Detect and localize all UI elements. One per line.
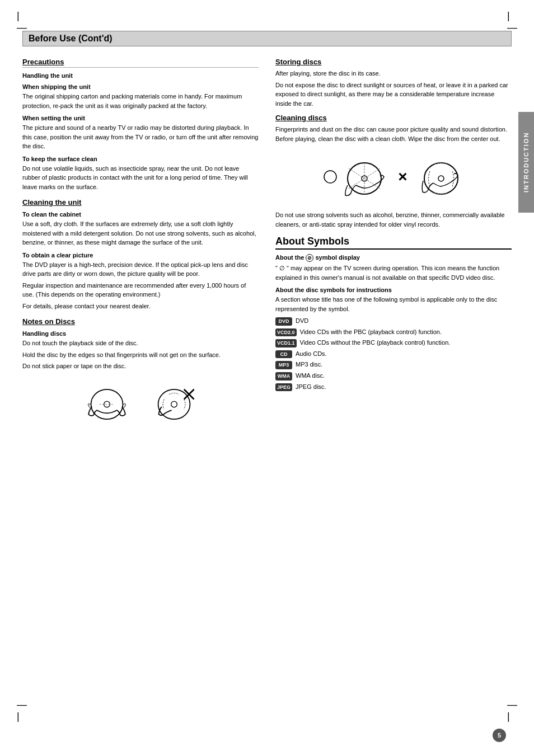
symbol-display-text: " ∅ " may appear on the TV screen during… <box>275 264 512 282</box>
vcd20-label: Video CDs with the PBC (playback control… <box>300 328 442 336</box>
storing-discs-heading: Storing discs <box>275 58 512 66</box>
disc-symbols-heading: About the disc symbols for instructions <box>275 287 512 293</box>
page-title: Before Use (Cont'd) <box>22 31 512 46</box>
solvents-text: Do not use strong solvents such as alcoh… <box>275 210 512 229</box>
svg-point-4 <box>171 401 177 407</box>
mp3-label: MP3 disc. <box>296 360 322 369</box>
about-symbols-heading: About Symbols <box>275 236 512 250</box>
vcd11-badge: VCD1.1 <box>275 339 297 348</box>
cleaning-discs-text: Fingerprints and dust on the disc can ca… <box>275 125 512 143</box>
corner-mark-tl: |— <box>17 10 27 34</box>
handling-discs-heading: Handling discs <box>22 330 259 337</box>
correct-circle-icon <box>324 157 338 196</box>
disc-item-cd: CD Audio CDs. <box>275 350 512 359</box>
jpeg-badge: JPEG <box>275 383 292 392</box>
cleaning-discs-heading: Cleaning discs <box>275 114 512 122</box>
content-area: Precautions Handling the unit When shipp… <box>22 52 512 433</box>
clear-picture-text1: The DVD player is a high-tech, precision… <box>22 260 259 279</box>
clean-cabinet-heading: To clean the cabinet <box>22 211 259 218</box>
storing-discs-text1: After playing, store the disc in its cas… <box>275 69 512 78</box>
disc-item-wma: WMA WMA disc. <box>275 372 512 381</box>
disc-images-left <box>22 379 259 424</box>
correct-cleaning-group <box>324 152 387 202</box>
page-number: 5 <box>493 729 506 742</box>
disc-correct-icon <box>85 379 129 424</box>
clear-picture-heading: To obtain a clear picture <box>22 252 259 259</box>
mp3-badge: MP3 <box>275 361 292 369</box>
clear-picture-text3: For details, please contact your nearest… <box>22 302 259 311</box>
clean-cabinet-text: Use a soft, dry cloth. If the surfaces a… <box>22 219 259 247</box>
cd-label: Audio CDs. <box>296 350 327 358</box>
when-setting-heading: When setting the unit <box>22 115 259 121</box>
precautions-heading: Precautions <box>22 58 259 68</box>
dvd-badge: DVD <box>275 317 292 326</box>
handling-discs-text2: Hold the disc by the edges so that finge… <box>22 350 259 360</box>
corner-mark-br: —| <box>507 699 517 722</box>
wma-label: WMA disc. <box>296 372 325 380</box>
disc-item-jpeg: JPEG JPEG disc. <box>275 383 512 392</box>
disc-wipe-incorrect-icon <box>419 152 463 202</box>
disc-item-mp3: MP3 MP3 disc. <box>275 360 512 369</box>
svg-point-14 <box>438 176 444 181</box>
right-column: Storing discs After playing, store the d… <box>270 52 512 433</box>
disc-wipe-correct-icon <box>342 152 387 202</box>
svg-point-7 <box>324 171 336 183</box>
corner-mark-tr: |— <box>507 10 517 34</box>
handling-unit-heading: Handling the unit <box>22 72 259 79</box>
disc-item-dvd: DVD DVD <box>275 317 512 326</box>
svg-point-13 <box>424 163 458 194</box>
disc-list: DVD DVD VCD2.0 Video CDs with the PBC (p… <box>275 317 512 391</box>
disc-symbols-text: A section whose title has one of the fol… <box>275 295 512 313</box>
clear-picture-text2: Regular inspection and maintenance are r… <box>22 281 259 299</box>
surface-clean-heading: To keep the surface clean <box>22 156 259 162</box>
dvd-label: DVD <box>296 317 308 325</box>
symbol-display-heading: About the ⊘ symbol display <box>275 254 512 262</box>
left-column: Precautions Handling the unit When shipp… <box>22 52 270 433</box>
disc-item-vcd20: VCD2.0 Video CDs with the PBC (playback … <box>275 328 512 337</box>
cd-badge: CD <box>275 350 292 359</box>
disc-images-right: × <box>275 152 512 202</box>
jpeg-label: JPEG disc. <box>296 383 326 391</box>
disc-item-vcd11: VCD1.1 Video CDs without the PBC (playba… <box>275 339 512 348</box>
page-container: |— |— —| —| INTRODUCTION Before Use (Con… <box>0 0 534 756</box>
surface-clean-text: Do not use volatile liquids, such as ins… <box>22 164 259 192</box>
when-setting-text: The picture and sound of a nearby TV or … <box>22 123 259 151</box>
corner-mark-bl: —| <box>17 699 27 722</box>
when-shipping-heading: When shipping the unit <box>22 83 259 90</box>
no-symbol-icon: ⊘ <box>306 254 313 262</box>
vcd11-label: Video CDs without the PBC (playback cont… <box>300 339 451 347</box>
cleaning-unit-heading: Cleaning the unit <box>22 198 259 206</box>
notes-discs-heading: Notes on Discs <box>22 317 259 326</box>
side-tab: INTRODUCTION <box>518 112 534 213</box>
disc-incorrect-icon <box>152 379 196 424</box>
storing-discs-text2: Do not expose the disc to direct sunligh… <box>275 81 512 109</box>
when-shipping-text: The original shipping carton and packing… <box>22 92 259 110</box>
handling-discs-text1: Do not touch the playback side of the di… <box>22 339 259 348</box>
handling-discs-text3: Do not stick paper or tape on the disc. <box>22 361 259 371</box>
wma-badge: WMA <box>275 372 292 381</box>
x-separator: × <box>398 168 407 186</box>
vcd20-badge: VCD2.0 <box>275 328 297 337</box>
